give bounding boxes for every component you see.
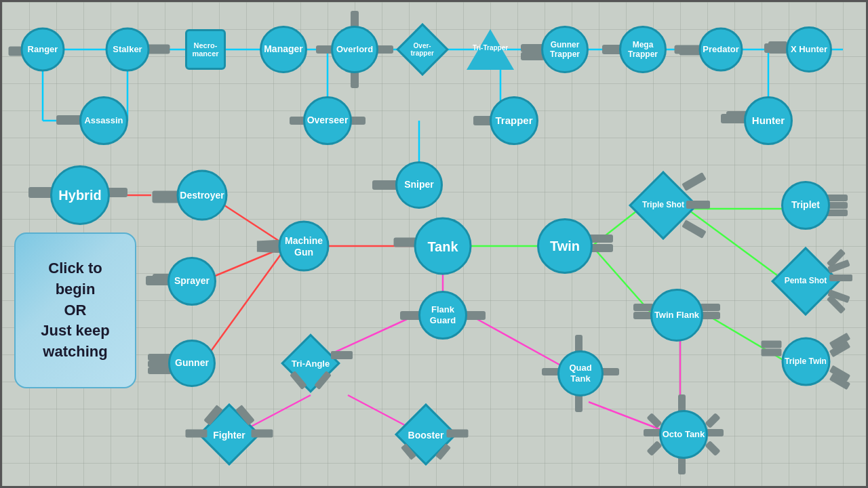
svg-line-15 xyxy=(687,209,785,281)
machine-gun-tank: Machine Gun xyxy=(279,221,330,272)
booster-tank: Booster xyxy=(397,406,455,464)
assassin-tank: Assassin xyxy=(79,96,128,145)
gunner-trapper-tank: Gunner Trapper xyxy=(541,26,589,73)
mega-trapper-tank: Mega Trapper xyxy=(619,26,667,73)
ranger-tank: Ranger xyxy=(21,28,65,72)
info-box[interactable]: Click to begin OR Just keep watching xyxy=(14,232,136,388)
penta-shot-tank: Penta Shot xyxy=(775,251,836,312)
sniper-tank: Sniper xyxy=(395,161,443,209)
fighter-tank: Fighter xyxy=(201,406,258,464)
info-text: Click to begin OR Just keep watching xyxy=(41,258,110,363)
tank-main: Tank xyxy=(414,218,472,275)
overseer-tank: Overseer xyxy=(303,96,352,145)
destroyer-tank: Destroyer xyxy=(177,170,228,221)
stalker-tank: Stalker xyxy=(106,28,150,72)
necromancer-tank: Necro­mancer xyxy=(185,29,226,70)
predator-tank: Predator xyxy=(699,28,743,72)
x-hunter-tank: X Hunter xyxy=(786,26,832,73)
quad-tank-tank: Quad Tank xyxy=(557,350,604,396)
tri-trapper-tank: Tri-Trapper xyxy=(467,29,514,70)
twin-flank-tank: Twin Flank xyxy=(650,289,703,342)
hybrid-tank: Hybrid xyxy=(50,165,110,225)
gunner-tank: Gunner xyxy=(168,340,216,387)
overlord-tank: Overlord xyxy=(331,26,378,73)
overtrapper-tank: Over­trapper xyxy=(404,31,441,68)
twin-tank: Twin xyxy=(537,218,593,274)
main-canvas: Ranger Stalker Necro­mancer Manager Over… xyxy=(0,0,868,488)
tri-angle-tank: Tri-Angle xyxy=(283,336,338,390)
flank-guard-tank: Flank Guard xyxy=(418,291,467,340)
svg-line-24 xyxy=(470,315,572,371)
triplet-tank: Triplet xyxy=(781,181,830,230)
manager-tank: Manager xyxy=(260,26,307,73)
triple-twin-tank: Triple Twin xyxy=(774,329,838,394)
triple-shot-tank: Triple Shot xyxy=(633,175,694,236)
octo-tank-tank: Octo Tank xyxy=(659,410,708,459)
sprayer-tank: Sprayer xyxy=(167,257,216,306)
hunter-tank: Hunter xyxy=(744,96,793,145)
trapper-tank: Trapper xyxy=(490,96,538,145)
